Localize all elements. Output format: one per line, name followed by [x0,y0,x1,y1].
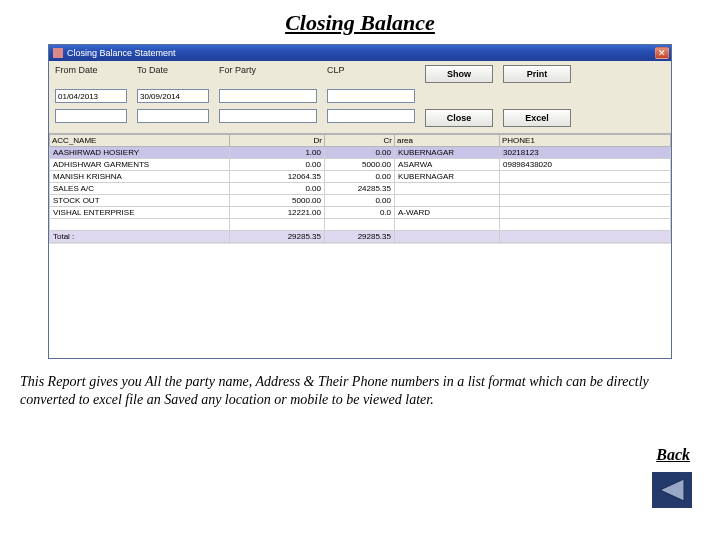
cell-phone [500,183,671,195]
blank-input-1[interactable] [55,109,127,123]
cell-area: KUBERNAGAR [395,171,500,183]
col-dr[interactable]: Dr [230,135,325,147]
blank-input-4[interactable] [327,109,415,123]
table-row[interactable]: ADHISHWAR GARMENTS 0.00 5000.00 ASARWA 0… [50,159,671,171]
cell-name: AASHIRWAD HOSIERY [50,147,230,159]
cell-cr: 0.00 [325,147,395,159]
for-party-input[interactable] [219,89,317,103]
total-dr: 29285.35 [230,231,325,243]
cell-dr: 1.00 [230,147,325,159]
table-row[interactable]: AASHIRWAD HOSIERY 1.00 0.00 KUBERNAGAR 3… [50,147,671,159]
cell-phone [500,207,671,219]
show-button[interactable]: Show [425,65,493,83]
svg-marker-0 [660,479,684,501]
back-arrow-button[interactable] [652,472,692,508]
print-button[interactable]: Print [503,65,571,83]
for-party-label: For Party [219,65,317,83]
close-button[interactable]: Close [425,109,493,127]
cell-cr: 24285.35 [325,183,395,195]
grid-header-row: ACC_NAME Dr Cr area PHONE1 [50,135,671,147]
table-row[interactable]: SALES A/C 0.00 24285.35 [50,183,671,195]
cell-dr: 5000.00 [230,195,325,207]
toolbar-row-1: From Date To Date For Party CLP Show Pri… [49,61,671,105]
close-icon[interactable]: ✕ [655,47,669,59]
col-phone[interactable]: PHONE1 [500,135,671,147]
cell-dr: 12221.00 [230,207,325,219]
cell-area: A-WARD [395,207,500,219]
cell-phone: 09898438020 [500,159,671,171]
total-row: Total : 29285.35 29285.35 [50,231,671,243]
window-titlebar: Closing Balance Statement ✕ [49,45,671,61]
cell-dr: 0.00 [230,183,325,195]
blank-input-3[interactable] [219,109,317,123]
cell-phone [500,171,671,183]
page-title: Closing Balance [0,0,720,44]
window-title: Closing Balance Statement [67,48,655,58]
clp-input[interactable] [327,89,415,103]
cell-dr: 0.00 [230,159,325,171]
total-cr: 29285.35 [325,231,395,243]
col-acc-name[interactable]: ACC_NAME [50,135,230,147]
cell-cr: 5000.00 [325,159,395,171]
cell-name: STOCK OUT [50,195,230,207]
col-area[interactable]: area [395,135,500,147]
to-date-input[interactable] [137,89,209,103]
triangle-left-icon [656,477,688,503]
cell-cr: 0.00 [325,171,395,183]
back-link[interactable]: Back [656,446,690,464]
cell-area [395,183,500,195]
clp-label: CLP [327,65,415,83]
cell-phone [500,195,671,207]
cell-cr: 0.00 [325,195,395,207]
cell-cr: 0.0 [325,207,395,219]
cell-area [395,195,500,207]
from-date-input[interactable] [55,89,127,103]
blank-input-2[interactable] [137,109,209,123]
toolbar-row-2: Close Excel [49,105,671,133]
table-row[interactable]: VISHAL ENTERPRISE 12221.00 0.0 A-WARD [50,207,671,219]
grid-empty-area [49,243,671,358]
to-date-label: To Date [137,65,209,83]
cell-area: ASARWA [395,159,500,171]
excel-button[interactable]: Excel [503,109,571,127]
from-date-label: From Date [55,65,127,83]
table-row[interactable]: MANISH KRISHNA 12064.35 0.00 KUBERNAGAR [50,171,671,183]
total-label: Total : [50,231,230,243]
cell-dr: 12064.35 [230,171,325,183]
table-row-blank [50,219,671,231]
data-grid: ACC_NAME Dr Cr area PHONE1 AASHIRWAD HOS… [49,133,671,358]
description-text: This Report gives you All the party name… [20,373,700,408]
cell-phone: 30218123 [500,147,671,159]
app-window: Closing Balance Statement ✕ From Date To… [48,44,672,359]
cell-name: SALES A/C [50,183,230,195]
table-row[interactable]: STOCK OUT 5000.00 0.00 [50,195,671,207]
col-cr[interactable]: Cr [325,135,395,147]
cell-area: KUBERNAGAR [395,147,500,159]
cell-name: ADHISHWAR GARMENTS [50,159,230,171]
app-icon [53,48,63,58]
cell-name: MANISH KRISHNA [50,171,230,183]
cell-name: VISHAL ENTERPRISE [50,207,230,219]
